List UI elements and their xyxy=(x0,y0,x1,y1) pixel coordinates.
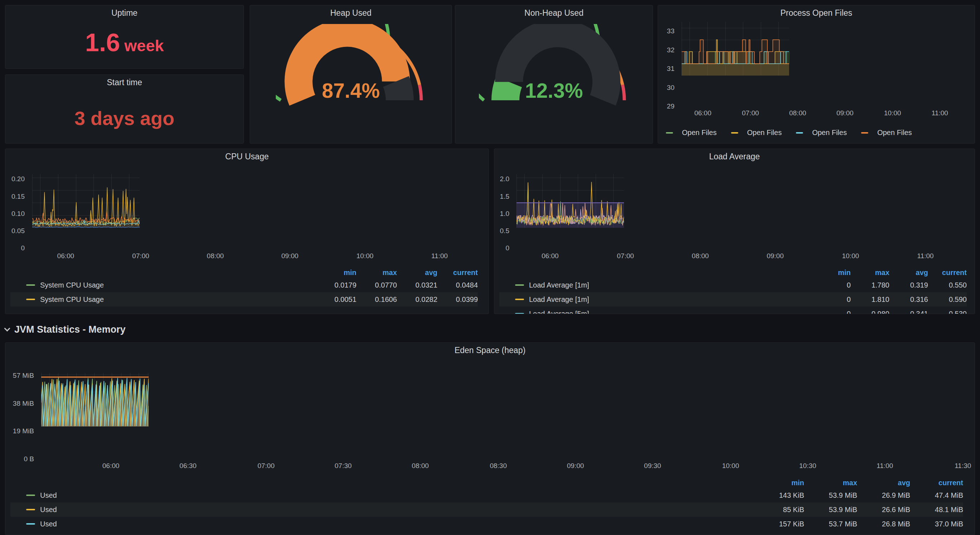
open-files-legend: Open FilesOpen FilesOpen FilesOpen Files xyxy=(666,129,912,137)
x-tick-label: 08:00 xyxy=(412,462,429,470)
legend-item[interactable]: Open Files xyxy=(861,129,912,137)
chevron-down-icon xyxy=(4,325,10,332)
panel-title[interactable]: Process Open Files xyxy=(658,8,975,18)
row-header-jvm-memory[interactable]: JVM Statistics - Memory xyxy=(5,322,126,337)
x-tick-label: 06:00 xyxy=(57,252,75,260)
legend-label: Open Files xyxy=(747,129,782,137)
legend-stat: 0.530 xyxy=(928,310,967,314)
panel-title[interactable]: Non-Heap Used xyxy=(455,8,652,18)
legend-label[interactable]: Used xyxy=(40,491,57,500)
legend-label: Open Files xyxy=(812,129,847,137)
legend-stat: 26.8 MiB xyxy=(857,520,910,528)
load-plot-canvas[interactable] xyxy=(517,174,624,228)
x-tick-label: 08:00 xyxy=(207,252,224,260)
legend-label[interactable]: Used xyxy=(40,506,57,514)
legend-header-avg[interactable]: avg xyxy=(889,268,928,277)
panel-start-time: Start time 3 days ago xyxy=(5,75,244,144)
x-tick-label: 11:00 xyxy=(431,252,448,260)
x-tick-label: 07:30 xyxy=(334,462,352,470)
legend-stat: 0.0484 xyxy=(438,281,478,289)
panel-title[interactable]: Start time xyxy=(5,78,243,87)
legend-stat: 0.550 xyxy=(928,281,967,289)
load-legend-table: minmaxavgcurrentLoad Average [1m]01.7800… xyxy=(499,267,967,314)
legend-header-max[interactable]: max xyxy=(804,479,857,487)
panel-title[interactable]: Heap Used xyxy=(250,8,452,18)
x-tick-label: 06:00 xyxy=(102,462,119,470)
uptime-unit: week xyxy=(124,37,164,55)
legend-row: Load Average [5m]00.9800.3410.530 xyxy=(499,306,967,314)
x-tick-label: 09:00 xyxy=(767,252,784,260)
legend-item[interactable]: Open Files xyxy=(796,129,847,137)
y-tick-label: 1.0 xyxy=(500,210,509,218)
series-color-icon xyxy=(26,284,35,286)
legend-label[interactable]: Load Average [5m] xyxy=(529,310,589,314)
legend-item[interactable]: Open Files xyxy=(666,129,717,137)
eden-plot-canvas[interactable] xyxy=(41,373,149,427)
legend-header-min[interactable]: min xyxy=(316,268,356,277)
legend-header-min[interactable]: min xyxy=(751,479,804,487)
legend-header-avg[interactable]: avg xyxy=(857,479,910,487)
panel-process-open-files: Process Open Files 3332313029 06:0007:00… xyxy=(658,5,975,144)
y-tick-label: 0 B xyxy=(24,455,34,463)
heap-gauge-value: 87.4% xyxy=(250,79,452,102)
legend-header-max[interactable]: max xyxy=(851,268,889,277)
series-color-icon xyxy=(796,132,803,133)
series-color-icon xyxy=(26,509,35,510)
legend-label[interactable]: Load Average [1m] xyxy=(529,281,589,289)
start-time-value: 3 days ago xyxy=(5,107,243,129)
legend-header-row: minmaxavgcurrent xyxy=(10,477,963,488)
legend-row: Load Average [1m]01.8100.3160.590 xyxy=(499,292,967,306)
legend-stat: 1.810 xyxy=(851,295,889,304)
legend-row: System CPU Usage0.00510.16060.02820.0399 xyxy=(10,292,478,306)
legend-stat: 53.7 MiB xyxy=(804,520,857,528)
legend-stat: 26.9 MiB xyxy=(857,491,910,500)
x-tick-label: 11:00 xyxy=(932,109,948,117)
legend-stat: 26.6 MiB xyxy=(857,506,910,514)
legend-stat: 0.0321 xyxy=(397,281,438,289)
legend-label[interactable]: System CPU Usage xyxy=(40,295,104,304)
x-tick-label: 11:00 xyxy=(877,462,893,470)
legend-header-min[interactable]: min xyxy=(812,268,851,277)
series-color-icon xyxy=(515,313,524,314)
y-tick-label: 33 xyxy=(667,27,675,35)
legend-header-avg[interactable]: avg xyxy=(397,268,438,277)
cpu-plot-canvas[interactable] xyxy=(32,174,140,228)
open-files-plot-canvas[interactable] xyxy=(682,22,789,76)
eden-legend-table: minmaxavgcurrentUsed143 KiB53.9 MiB26.9 … xyxy=(10,477,963,531)
legend-label[interactable]: Load Average [1m] xyxy=(529,295,589,304)
uptime-number: 1.6 xyxy=(85,29,120,57)
x-tick-label: 10:00 xyxy=(722,462,739,470)
panel-title[interactable]: Load Average xyxy=(494,152,975,162)
legend-header-current[interactable]: current xyxy=(910,479,963,487)
legend-header-max[interactable]: max xyxy=(356,268,397,277)
x-tick-label: 09:30 xyxy=(644,462,661,470)
cpu-usage-chart xyxy=(32,174,484,248)
panel-title[interactable]: Uptime xyxy=(5,8,243,18)
legend-stat: 0.316 xyxy=(889,295,928,304)
legend-header-current[interactable]: current xyxy=(438,268,478,277)
y-tick-label: 0.5 xyxy=(500,227,509,235)
legend-stat: 0.590 xyxy=(928,295,967,304)
legend-label[interactable]: Used xyxy=(40,520,57,528)
legend-stat: 85 KiB xyxy=(751,506,804,514)
y-tick-label: 0.10 xyxy=(11,210,25,218)
legend-header-current[interactable]: current xyxy=(928,268,967,277)
legend-item[interactable]: Open Files xyxy=(731,129,782,137)
legend-label[interactable]: System CPU Usage xyxy=(40,281,104,289)
x-axis: 06:0007:0008:0009:0010:0011:00 xyxy=(32,252,484,261)
legend-header-row: minmaxavgcurrent xyxy=(10,267,478,278)
x-tick-label: 06:00 xyxy=(542,252,559,260)
series-color-icon xyxy=(731,132,738,133)
x-tick-label: 10:00 xyxy=(842,252,859,260)
legend-stat: 143 KiB xyxy=(751,491,804,500)
legend-stat: 48.1 MiB xyxy=(910,506,963,514)
legend-header-row: minmaxavgcurrent xyxy=(499,267,967,278)
x-tick-label: 08:00 xyxy=(789,109,806,117)
legend-stat: 0.341 xyxy=(889,310,928,314)
y-tick-label: 30 xyxy=(667,84,675,92)
panel-title[interactable]: CPU Usage xyxy=(5,152,488,162)
series-color-icon xyxy=(26,495,35,496)
x-tick-label: 10:00 xyxy=(356,252,374,260)
series-color-icon xyxy=(515,284,524,286)
panel-title[interactable]: Eden Space (heap) xyxy=(5,346,975,355)
